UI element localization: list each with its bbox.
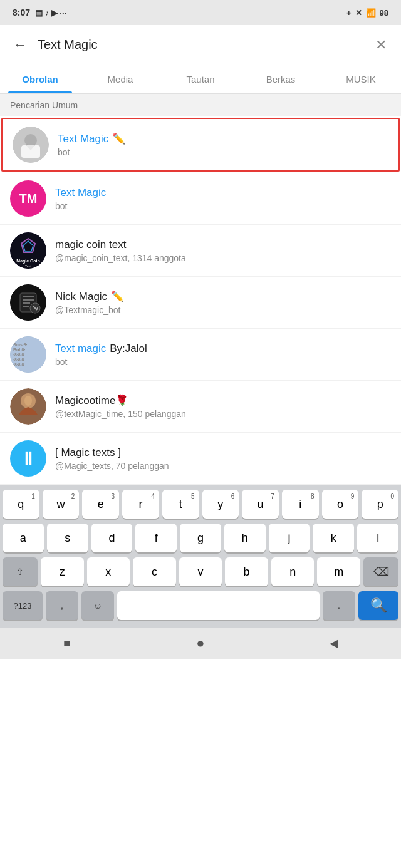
item-name-suffix: By:Jalol	[110, 343, 147, 355]
key-e[interactable]: 3e	[82, 490, 119, 519]
key-j[interactable]: j	[269, 524, 310, 552]
shift-key[interactable]: ⇧	[3, 557, 38, 586]
key-row-letters-3: ⇧ z x c v b n m ⌫	[3, 557, 398, 586]
comma-key[interactable]: ,	[46, 591, 78, 620]
avatar: Magic Coin Text	[10, 232, 46, 269]
list-item[interactable]: Magic Coin Text magic coin text @magic_c…	[0, 225, 401, 277]
period-key[interactable]: .	[323, 591, 355, 620]
emoji-key[interactable]: ☺	[81, 591, 114, 620]
item-info: Text Magic bot	[55, 187, 391, 211]
item-info: magic coin text @magic_coin_text, 1314 a…	[55, 239, 391, 263]
key-z[interactable]: z	[41, 557, 84, 586]
item-info: Text Magic ✏️ bot	[58, 132, 388, 157]
avatar	[10, 284, 46, 321]
square-icon: ■	[63, 637, 70, 650]
key-l[interactable]: l	[357, 524, 398, 552]
nav-home-button[interactable]: ●	[188, 634, 213, 653]
nav-recent-button[interactable]: ◀	[321, 634, 346, 653]
search-input[interactable]	[38, 38, 363, 52]
triangle-icon: ◀	[330, 636, 338, 650]
key-a[interactable]: a	[3, 524, 44, 552]
wifi-icon: 📶	[366, 8, 376, 18]
key-f[interactable]: f	[135, 524, 177, 552]
key-x[interactable]: x	[87, 557, 130, 586]
item-name: Magicootime🌹	[55, 394, 391, 407]
item-name-text: [ Magic texts ]	[55, 447, 121, 459]
item-sub: bot	[58, 147, 388, 157]
key-y[interactable]: 6y	[202, 490, 239, 519]
key-row-letters-1: 1q 2w 3e 4r 5t 6y 7u 8i 9o 0p	[3, 490, 398, 519]
item-name-text: magic coin text	[55, 239, 126, 251]
list-item[interactable]: Text Magic ✏️ bot	[1, 118, 400, 172]
key-r[interactable]: 4r	[122, 490, 159, 519]
key-u[interactable]: 7u	[242, 490, 279, 519]
svg-text:Text: Text	[25, 264, 31, 268]
list-item[interactable]: TM Text Magic bot	[0, 173, 401, 225]
key-i[interactable]: 8i	[282, 490, 319, 519]
item-name: Text Magic ✏️	[58, 132, 388, 145]
signal-icon: ✕	[355, 8, 362, 18]
status-left: 8:07 ▤ ♪ ▶ ···	[13, 8, 66, 18]
item-name-text: Magicootime🌹	[55, 394, 128, 407]
item-sub: @magic_coin_text, 1314 anggota	[55, 253, 391, 263]
key-w[interactable]: 2w	[43, 490, 80, 519]
section-label: Pencarian Umum	[0, 94, 401, 116]
item-name-highlight: Text magic	[55, 343, 106, 355]
item-name: magic coin text	[55, 239, 391, 251]
bottom-nav: ■ ● ◀	[0, 628, 401, 659]
item-name-text: Text Magic	[58, 133, 108, 145]
avatar: Sms·8· Bot·8· ·8·8·8 ·8·8·8 ·8·8·8	[10, 336, 46, 373]
status-right: + ✕ 📶 98	[346, 8, 388, 18]
key-row-bottom: ?123 , ☺ . 🔍	[3, 591, 398, 620]
keyboard: 1q 2w 3e 4r 5t 6y 7u 8i 9o 0p a s d f g …	[0, 485, 401, 628]
key-h[interactable]: h	[224, 524, 266, 552]
back-button[interactable]: ←	[10, 37, 30, 53]
key-b[interactable]: b	[225, 557, 268, 586]
key-s[interactable]: s	[47, 524, 88, 552]
numeric-key[interactable]: ?123	[3, 591, 43, 620]
space-key[interactable]	[117, 591, 320, 620]
key-m[interactable]: m	[317, 557, 360, 586]
item-name: Text Magic	[55, 187, 391, 199]
key-c[interactable]: c	[133, 557, 176, 586]
tab-tautan[interactable]: Tautan	[160, 65, 241, 93]
tab-obrolan[interactable]: Obrolan	[0, 65, 80, 93]
item-name-emoji: ✏️	[111, 290, 124, 303]
key-o[interactable]: 9o	[322, 490, 359, 519]
item-sub: @Textmagic_bot	[55, 305, 391, 315]
key-row-letters-2: a s d f g h j k l	[3, 524, 398, 552]
tab-musik[interactable]: MUSIK	[321, 65, 401, 93]
key-k[interactable]: k	[313, 524, 354, 552]
item-info: Text magic By:Jalol bot	[55, 343, 391, 367]
key-p[interactable]: 0p	[362, 490, 398, 519]
clear-button[interactable]: ✕	[371, 37, 391, 53]
key-q[interactable]: 1q	[3, 490, 39, 519]
avatar	[13, 127, 49, 163]
nav-back-button[interactable]: ■	[55, 634, 80, 653]
svg-text:Magic Coin: Magic Coin	[16, 259, 39, 264]
item-info: Magicootime🌹 @textMagic_time, 150 pelang…	[55, 394, 391, 419]
search-key[interactable]: 🔍	[358, 591, 398, 620]
item-sub: bot	[55, 201, 391, 211]
avatar-image	[13, 127, 49, 163]
backspace-key[interactable]: ⌫	[363, 557, 398, 586]
key-n[interactable]: n	[271, 557, 315, 586]
key-d[interactable]: d	[91, 524, 133, 552]
key-v[interactable]: v	[179, 557, 222, 586]
item-info: Nick Magic ✏️ @Textmagic_bot	[55, 290, 391, 315]
list-item[interactable]: Sms·8· Bot·8· ·8·8·8 ·8·8·8 ·8·8·8 Text …	[0, 329, 401, 381]
avatar-magicoo	[10, 388, 46, 425]
key-t[interactable]: 5t	[162, 490, 199, 519]
list-item[interactable]: Magicootime🌹 @textMagic_time, 150 pelang…	[0, 381, 401, 433]
tab-media[interactable]: Media	[80, 65, 160, 93]
avatar	[10, 388, 46, 425]
key-g[interactable]: g	[180, 524, 221, 552]
list-item[interactable]: Nick Magic ✏️ @Textmagic_bot	[0, 277, 401, 329]
status-bar: 8:07 ▤ ♪ ▶ ··· + ✕ 📶 98	[0, 0, 401, 25]
list-item[interactable]: Ⅱ [ Magic texts ] @Magic_texts, 70 pelan…	[0, 433, 401, 485]
bluetooth-icon: +	[346, 8, 352, 18]
search-bar: ← ✕	[0, 25, 401, 65]
search-input-wrapper	[38, 38, 363, 52]
item-info: [ Magic texts ] @Magic_texts, 70 pelangg…	[55, 447, 391, 471]
tab-berkas[interactable]: Berkas	[241, 65, 321, 93]
